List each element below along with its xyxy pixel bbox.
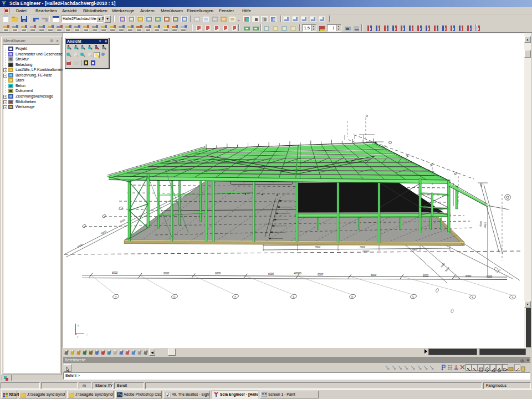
svg-text:6000: 6000 [423, 274, 429, 277]
svg-text:H: H [115, 295, 117, 298]
svg-text:8100: 8100 [479, 221, 482, 227]
svg-text:x: x [77, 335, 79, 339]
svg-text:G: G [173, 295, 176, 298]
svg-text:6000: 6000 [318, 273, 324, 276]
svg-text:48000: 48000 [294, 272, 301, 275]
svg-text:1: 1 [499, 269, 500, 272]
svg-text:6000: 6000 [77, 243, 84, 248]
svg-text:B: B [472, 296, 474, 299]
svg-text:7400: 7400 [412, 248, 417, 251]
svg-text:6000: 6000 [371, 274, 377, 277]
svg-text:7000: 7000 [440, 262, 446, 268]
svg-text:E: E [293, 295, 295, 299]
svg-text:z: z [78, 324, 79, 327]
svg-text:250: 250 [479, 182, 483, 187]
svg-text:Ps: Ps [117, 393, 122, 397]
svg-text:C: C [412, 295, 415, 298]
svg-text:5000: 5000 [487, 275, 493, 278]
svg-text:6000: 6000 [215, 272, 221, 275]
svg-text:6000: 6000 [112, 272, 118, 274]
svg-text:6000: 6000 [268, 273, 274, 275]
svg-text:6000: 6000 [466, 275, 472, 278]
svg-text:7800: 7800 [315, 245, 320, 248]
svg-text:8310: 8310 [483, 222, 487, 228]
svg-text:F: F [234, 295, 237, 298]
svg-text:7000: 7000 [360, 245, 365, 248]
svg-text:A: A [511, 296, 514, 299]
svg-text:6000: 6000 [120, 218, 126, 223]
svg-text:D: D [351, 295, 354, 299]
svg-text:23000: 23000 [362, 250, 370, 253]
svg-text:6000: 6000 [163, 272, 170, 275]
svg-text:Y: Y [86, 333, 88, 336]
